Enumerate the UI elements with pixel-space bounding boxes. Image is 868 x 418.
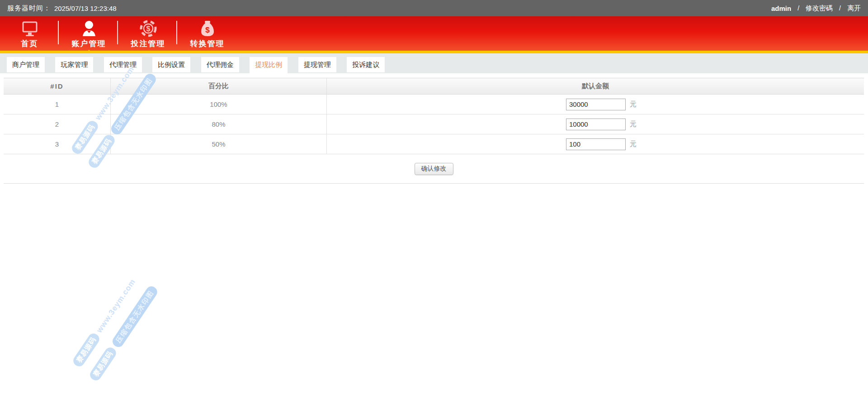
row-id: 3 [4, 134, 111, 154]
currency-unit: 元 [630, 120, 637, 128]
table-header-row: #ID 百分比 默认金额 [4, 78, 864, 95]
nav-item-label: 首页 [0, 38, 59, 49]
svg-text:$: $ [146, 25, 150, 33]
watermark-brand-badge: 赛易源码 [88, 346, 118, 383]
nav-item-label: 投注管理 [118, 38, 178, 49]
confirm-changes-button[interactable]: 确认修改 [415, 163, 453, 175]
row-id: 2 [4, 114, 111, 134]
watermark-brand-badge: 赛易源码 [71, 332, 102, 369]
withdraw-ratio-table: #ID 百分比 默认金额 1 100% 元 2 80% 元 [4, 78, 864, 184]
tab-player-mgmt[interactable]: 玩家管理 [55, 57, 93, 72]
currency-unit: 元 [630, 100, 637, 109]
row-id: 1 [4, 95, 111, 114]
username: admin [771, 5, 791, 12]
poker-chip-icon: $ [118, 16, 178, 38]
column-header-id: #ID [4, 78, 111, 94]
amount-input-row-1[interactable] [566, 99, 626, 110]
amount-input-row-2[interactable] [566, 119, 626, 130]
tab-withdraw-mgmt[interactable]: 提现管理 [298, 57, 336, 72]
amount-input-row-3[interactable] [566, 138, 626, 150]
watermark-url: www.3eym.com [94, 277, 137, 334]
monitor-icon [0, 16, 59, 38]
table-row: 1 100% 元 [4, 95, 864, 114]
tab-merchant-mgmt[interactable]: 商户管理 [7, 57, 45, 72]
tab-agent-commission[interactable]: 代理佣金 [201, 57, 239, 72]
watermark-note: 压缩包含无水印图 [110, 284, 159, 349]
content-area: #ID 百分比 默认金额 1 100% 元 2 80% 元 [0, 73, 868, 398]
tab-ratio-settings[interactable]: 比例设置 [152, 57, 190, 72]
watermark: 赛易源码 www.3eym.com 赛易源码 压缩包含无水印图 [60, 276, 178, 418]
nav-separator [176, 21, 177, 44]
change-password-link[interactable]: 修改密碼 [806, 4, 833, 13]
row-percent: 100% [111, 95, 327, 114]
table-footer: 确认修改 [4, 154, 864, 183]
server-time-label: 服务器时间： [7, 4, 51, 13]
nav-item-label: 账户管理 [59, 38, 118, 49]
active-nav-caret-icon [85, 50, 93, 53]
column-header-amount: 默认金额 [327, 78, 864, 94]
table-row: 3 50% 元 [4, 134, 864, 154]
nav-item-accounts[interactable]: 账户管理 [59, 16, 118, 51]
separator: / [797, 5, 799, 12]
server-time-value: 2025/07/13 12:23:48 [54, 5, 117, 12]
column-header-percent: 百分比 [111, 78, 327, 94]
nav-separator [58, 21, 59, 44]
nav-separator [117, 21, 118, 44]
nav-item-bets[interactable]: $ 投注管理 [118, 16, 178, 51]
topbar: 服务器时间： 2025/07/13 12:23:48 admin / 修改密碼 … [0, 0, 868, 16]
row-percent: 50% [111, 134, 327, 154]
tab-agent-mgmt[interactable]: 代理管理 [104, 57, 142, 72]
table-row: 2 80% 元 [4, 114, 864, 134]
nav-item-conversion[interactable]: $ 转换管理 [178, 16, 237, 51]
logout-link[interactable]: 离开 [847, 4, 861, 13]
svg-text:$: $ [205, 26, 210, 34]
tab-withdraw-ratio[interactable]: 提现比例 [250, 57, 288, 74]
separator: / [839, 5, 841, 12]
tab-complaints[interactable]: 投诉建议 [347, 57, 385, 72]
row-percent: 80% [111, 114, 327, 134]
nav-item-label: 转换管理 [178, 38, 237, 49]
person-icon [59, 16, 118, 38]
currency-unit: 元 [630, 140, 637, 148]
sub-tabs: 商户管理 玩家管理 代理管理 比例设置 代理佣金 提现比例 提现管理 投诉建议 [0, 53, 868, 73]
nav-item-home[interactable]: 首页 [0, 16, 59, 51]
main-nav: 首页 账户管理 $ 投注管理 [0, 16, 868, 51]
money-bag-icon: $ [178, 16, 237, 38]
